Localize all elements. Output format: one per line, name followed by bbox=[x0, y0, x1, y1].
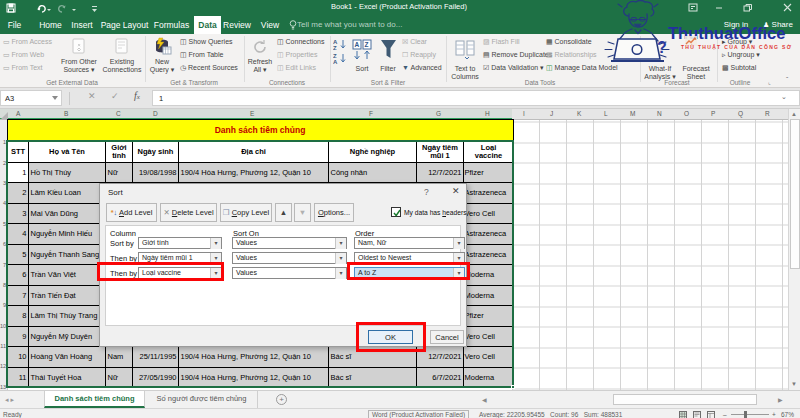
svg-text:A: A bbox=[355, 41, 360, 48]
svg-text:?: ? bbox=[657, 39, 667, 56]
svg-text:Z: Z bbox=[333, 45, 337, 51]
svg-text:Z: Z bbox=[365, 41, 369, 48]
svg-text:A: A bbox=[333, 59, 338, 65]
svg-text:THỦ THUẬT CỦA DÂN CÔNG SỞ: THỦ THUẬT CỦA DÂN CÔNG SỞ bbox=[681, 43, 792, 50]
